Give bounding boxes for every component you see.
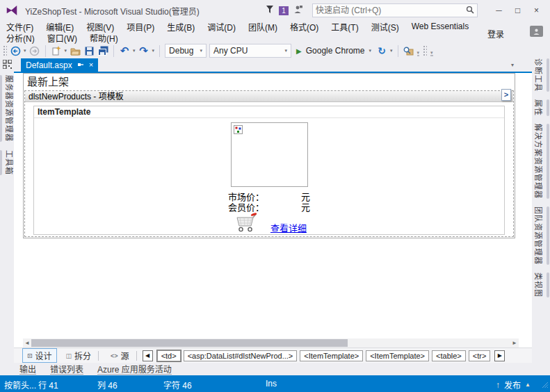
sidebar-item-server-explorer[interactable]: 服务器资源管理器 bbox=[0, 75, 15, 142]
menu-project[interactable]: 项目(P) bbox=[120, 21, 161, 33]
new-item-icon[interactable] bbox=[51, 44, 62, 58]
visual-studio-logo-icon bbox=[6, 5, 18, 16]
save-all-icon[interactable] bbox=[97, 44, 108, 58]
menu-team[interactable]: 团队(M) bbox=[242, 21, 284, 33]
menu-tools[interactable]: 工具(T) bbox=[325, 21, 364, 33]
new-item-dropdown-icon[interactable]: ▾ bbox=[65, 48, 67, 54]
menu-view[interactable]: 视图(V) bbox=[80, 21, 120, 33]
solution-platform-dropdown[interactable]: Any CPU ▾ bbox=[209, 44, 291, 58]
open-file-icon[interactable] bbox=[70, 44, 81, 58]
redo-dropdown-icon[interactable]: ▾ bbox=[152, 48, 155, 54]
notification-count-badge[interactable]: 1 bbox=[279, 6, 289, 15]
tag-breadcrumb-td[interactable]: <td> bbox=[157, 350, 181, 361]
menu-help[interactable]: 帮助(H) bbox=[83, 32, 124, 44]
tag-breadcrumb-table[interactable]: <table> bbox=[432, 350, 466, 361]
tab-title: Default.aspx bbox=[26, 60, 72, 70]
tag-breadcrumb-datalist[interactable]: <asp:DataList#dlstNewProd...> bbox=[184, 350, 298, 361]
tag-nav-right-icon[interactable]: ▶ bbox=[494, 350, 505, 361]
close-icon[interactable]: × bbox=[527, 0, 546, 21]
notifications-flag-icon[interactable] bbox=[266, 5, 274, 16]
navigate-back-icon[interactable] bbox=[10, 44, 21, 58]
tag-breadcrumb-tr[interactable]: <tr> bbox=[469, 350, 491, 361]
redo-icon[interactable]: ↷ bbox=[138, 44, 149, 58]
back-dropdown-icon[interactable]: ▾ bbox=[24, 48, 26, 54]
menu-edit[interactable]: 编辑(E) bbox=[40, 21, 80, 33]
horizontal-scrollbar[interactable]: ◄ ► bbox=[23, 338, 519, 348]
resize-grip[interactable] bbox=[542, 381, 549, 391]
minimize-icon[interactable]: ─ bbox=[490, 0, 508, 21]
refresh-dropdown-icon[interactable]: ▾ bbox=[390, 48, 393, 54]
toolbar-grip[interactable] bbox=[423, 45, 427, 56]
tag-nav-left-icon[interactable]: ◀ bbox=[143, 350, 153, 361]
title-bar: YiZeShopTest - Microsoft Visual Studio(管… bbox=[0, 0, 550, 21]
menu-build[interactable]: 生成(B) bbox=[161, 21, 201, 33]
sidebar-item-properties[interactable]: 属性 bbox=[533, 99, 549, 116]
sidebar-item-diagnostic-tools[interactable]: 诊断工具 bbox=[533, 58, 549, 92]
browser-dropdown-icon[interactable]: ▾ bbox=[369, 48, 371, 54]
scrollbar-track[interactable] bbox=[31, 338, 510, 348]
split-view-button[interactable]: ◫ 拆分 bbox=[62, 349, 96, 362]
sidebar-item-label: 解决方案资源管理器 bbox=[533, 124, 544, 199]
configuration-value: Debug bbox=[169, 46, 193, 56]
undo-icon[interactable]: ↶ bbox=[119, 44, 130, 58]
pin-icon[interactable] bbox=[77, 60, 84, 70]
maximize-icon[interactable]: □ bbox=[508, 0, 527, 21]
start-debugging-button[interactable]: ▶ Google Chrome ▾ bbox=[294, 46, 373, 56]
menu-format[interactable]: 格式(O) bbox=[284, 21, 325, 33]
menu-web-essentials[interactable]: Web Essentials bbox=[405, 22, 475, 31]
menu-analyze[interactable]: 分析(N) bbox=[0, 32, 41, 44]
tab-azure-app-service[interactable]: Azure 应用服务活动 bbox=[97, 363, 172, 375]
sidebar-item-solution-explorer[interactable]: 解决方案资源管理器 bbox=[533, 124, 549, 199]
search-icon bbox=[466, 6, 474, 16]
tab-default-aspx[interactable]: Default.aspx × bbox=[21, 58, 98, 72]
quick-launch-box[interactable] bbox=[312, 3, 478, 17]
refresh-icon[interactable]: ↻ bbox=[376, 44, 387, 58]
toolbar-overflow-icon[interactable]: ▾ ▾ bbox=[417, 45, 433, 56]
bottom-panel-tabs: 输出 错误列表 Azure 应用服务活动 bbox=[0, 363, 550, 375]
product-image-placeholder[interactable] bbox=[231, 122, 308, 187]
user-avatar[interactable] bbox=[530, 26, 543, 37]
status-column: 列 46 bbox=[97, 379, 118, 391]
member-price-row: 会员价： 元 bbox=[228, 202, 310, 213]
menu-file[interactable]: 文件(F) bbox=[0, 21, 40, 33]
tab-error-list[interactable]: 错误列表 bbox=[50, 363, 83, 375]
solution-configuration-dropdown[interactable]: Debug ▾ bbox=[165, 44, 207, 58]
tab-output[interactable]: 输出 bbox=[19, 363, 36, 375]
item-template-content: 市场价： 元 会员价： 元 bbox=[34, 122, 504, 235]
menu-debug[interactable]: 调试(D) bbox=[201, 21, 242, 33]
feedback-icon[interactable] bbox=[293, 5, 303, 16]
source-view-button[interactable]: <> 源 bbox=[106, 349, 134, 362]
save-icon[interactable] bbox=[83, 44, 95, 58]
platform-value: Any CPU bbox=[213, 46, 248, 56]
scroll-right-icon[interactable]: ► bbox=[510, 338, 519, 348]
source-view-icon: <> bbox=[111, 352, 118, 359]
datalist-control[interactable]: dlstNewProducts - 项模板 > ItemTemplate bbox=[24, 90, 514, 237]
document-tab-bar: Default.aspx × ▾ bbox=[14, 58, 532, 73]
scroll-left-icon[interactable]: ◄ bbox=[23, 338, 31, 348]
menu-window[interactable]: 窗口(W) bbox=[41, 32, 83, 44]
publish-up-icon: ↑ bbox=[496, 380, 500, 390]
sidebar-item-class-view[interactable]: 类视图 bbox=[533, 272, 549, 297]
toolbar-grip[interactable] bbox=[3, 45, 7, 56]
design-view-button[interactable]: ⊡ 设计 bbox=[22, 348, 57, 363]
design-view-icon: ⊡ bbox=[27, 352, 33, 359]
tag-breadcrumb-itemtemplate-1[interactable]: <ItemTemplate> bbox=[300, 350, 363, 361]
tab-close-icon[interactable]: × bbox=[89, 61, 93, 69]
menu-test[interactable]: 测试(S) bbox=[365, 21, 405, 33]
view-detail-link[interactable]: 查看详细 bbox=[270, 222, 307, 235]
tag-breadcrumb-itemtemplate-2[interactable]: <ItemTemplate> bbox=[366, 350, 429, 361]
document-well-dropdown-icon[interactable]: ▾ bbox=[511, 62, 514, 68]
page-design-surface[interactable]: 最新上架 dlstNewProducts - 项模板 > ItemTemplat… bbox=[23, 73, 515, 238]
standard-toolbar: ▾ ▾ ↶ ▾ ↷ ▾ bbox=[0, 43, 550, 58]
scrollbar-thumb[interactable] bbox=[31, 339, 348, 347]
shopping-cart-icon[interactable] bbox=[232, 212, 259, 235]
quick-launch-input[interactable] bbox=[316, 6, 466, 15]
find-in-files-icon[interactable] bbox=[403, 44, 414, 58]
smart-tag-arrow[interactable]: > bbox=[501, 89, 511, 101]
cart-link-row: 查看详细 bbox=[34, 214, 504, 235]
undo-dropdown-icon[interactable]: ▾ bbox=[133, 48, 136, 54]
publish-button[interactable]: ↑ 发布 ▲ bbox=[496, 379, 531, 391]
sign-in-link[interactable]: 登录 bbox=[487, 28, 504, 40]
sidebar-item-toolbox[interactable]: 工具箱 bbox=[0, 150, 15, 175]
sidebar-item-team-explorer[interactable]: 团队资源管理器 bbox=[533, 206, 549, 265]
